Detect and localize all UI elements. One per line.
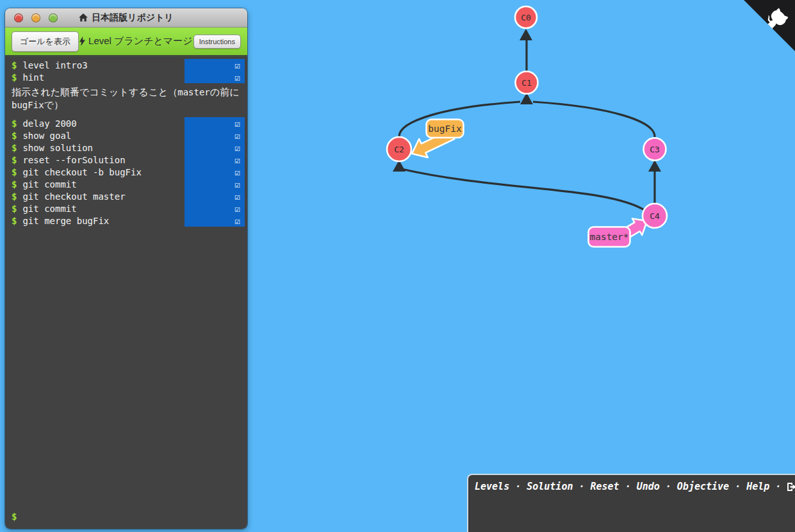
command-row: $show goal ☑ — [12, 129, 245, 141]
prompt-symbol: $ — [12, 60, 17, 70]
command-text: git merge bugFix — [22, 216, 109, 226]
bugfix-arrow — [412, 130, 454, 157]
commit-node-c2[interactable] — [387, 137, 411, 161]
command-status-cell: ☑ — [184, 214, 245, 227]
window-titlebar: 日本語版リポジトリ — [5, 8, 247, 28]
command-row: $hint ☑ — [12, 71, 245, 83]
prompt-symbol: $ — [12, 191, 17, 202]
menu-separator: · — [666, 481, 671, 492]
command-status-cell: ☑ — [184, 190, 245, 202]
hint-text-segment: の前に — [210, 86, 240, 97]
commit-node-c0[interactable] — [515, 6, 537, 28]
menu-item-solution[interactable]: Solution — [527, 481, 573, 492]
menu-item-reset[interactable]: Reset — [591, 481, 619, 492]
graph-arrowheads — [393, 29, 661, 172]
checkbox-checked-icon: ☑ — [235, 156, 240, 165]
graph-edges — [399, 39, 655, 211]
master-label-box — [589, 227, 630, 247]
command-row: $reset --forSolution ☑ — [12, 154, 245, 166]
command-text: show solution — [22, 143, 93, 153]
commit-node-c1[interactable] — [516, 72, 538, 94]
command-row: $git checkout -b bugFix ☑ — [12, 166, 245, 178]
prompt-symbol: $ — [12, 216, 17, 226]
hint-text-segment: 指示された順番でコミットすること（ — [12, 86, 177, 97]
command-text: git checkout master — [22, 191, 125, 202]
command-status-cell: ☑ — [184, 117, 245, 129]
show-goal-button[interactable]: ゴールを表示 — [12, 31, 79, 52]
prompt-symbol: $ — [12, 72, 17, 83]
edge-c4-c2 — [402, 169, 646, 211]
command-status-cell: ☑ — [184, 166, 245, 178]
command-status-cell: ☑ — [184, 178, 245, 190]
terminal-window: 日本語版リポジトリ ゴールを表示 Level ブランチとマージ Instruct… — [5, 8, 247, 529]
terminal-output[interactable]: $level intro3 ☑ $hint ☑ 指示された順番でコミットすること… — [5, 57, 247, 529]
arrowhead-into-c3 — [648, 160, 661, 172]
checkbox-checked-icon: ☑ — [235, 61, 240, 70]
commit-node-c3[interactable] — [644, 138, 666, 161]
prompt-symbol: $ — [12, 155, 17, 165]
command-text: git checkout -b bugFix — [22, 167, 141, 177]
window-title-text: 日本語版リポジトリ — [92, 12, 174, 24]
menu-item-levels[interactable]: Levels — [475, 481, 509, 492]
command-row: $show solution ☑ — [12, 141, 245, 154]
zoom-button-icon[interactable] — [49, 13, 58, 22]
master-label-text: master* — [589, 232, 628, 242]
checkbox-checked-icon: ☑ — [235, 73, 240, 82]
level-label: Level ブランチとマージ — [79, 35, 193, 47]
commit-node-c4[interactable] — [643, 204, 667, 228]
command-text: hint — [22, 72, 44, 83]
commit-id-c4: C4 — [650, 211, 660, 221]
menu-separator: · — [775, 481, 781, 492]
control-menu-panel: Levels · Solution · Reset · Undo · Objec… — [467, 474, 795, 532]
command-row: $level intro3 ☑ — [12, 59, 245, 71]
bolt-icon — [79, 36, 85, 46]
bugfix-label-box — [427, 120, 464, 138]
minimize-button-icon[interactable] — [31, 13, 40, 22]
command-status-cell: ☑ — [184, 59, 245, 71]
branch-label-bugfix[interactable]: bugFix — [412, 120, 464, 158]
edge-c2-c1 — [399, 102, 520, 137]
arrowhead-into-c0 — [520, 29, 532, 40]
checkbox-checked-icon: ☑ — [235, 131, 240, 140]
traffic-lights — [14, 8, 58, 27]
command-row: $git commit ☑ — [12, 202, 245, 214]
level-toolbar: ゴールを表示 Level ブランチとマージ Instructions — [5, 28, 247, 57]
command-status-cell: ☑ — [184, 71, 245, 83]
checkbox-checked-icon: ☑ — [235, 168, 240, 177]
command-status-cell: ☑ — [184, 154, 245, 166]
bugfix-label-text: bugFix — [428, 124, 462, 134]
prompt-symbol: $ — [12, 131, 17, 141]
hint-code-bugfix: bugFix — [12, 100, 44, 110]
prompt-symbol: $ — [12, 512, 17, 522]
logout-icon — [787, 482, 795, 492]
github-fork-ribbon[interactable] — [744, 0, 795, 54]
command-row: $git merge bugFix ☑ — [12, 214, 245, 227]
hint-text-segment: で） — [44, 99, 63, 110]
exit-level-button[interactable] — [787, 482, 795, 492]
menu-separator: · — [515, 481, 521, 492]
command-text: git commit — [22, 179, 76, 189]
menu-separator: · — [625, 481, 631, 492]
menu-item-objective[interactable]: Objective — [677, 481, 729, 492]
branch-label-master[interactable]: master* — [589, 218, 648, 246]
command-row: $delay 2000 ☑ — [12, 117, 245, 129]
menu-item-undo[interactable]: Undo — [637, 481, 660, 492]
arrowhead-into-c1 — [520, 93, 533, 104]
command-row: $git commit ☑ — [12, 178, 245, 190]
prompt-symbol: $ — [12, 118, 17, 129]
menu-item-help[interactable]: Help — [746, 481, 769, 492]
menu-separator: · — [578, 481, 584, 492]
commit-id-c3: C3 — [650, 145, 660, 154]
checkbox-checked-icon: ☑ — [235, 180, 240, 189]
prompt-symbol: $ — [12, 143, 17, 153]
command-text: delay 2000 — [22, 118, 76, 129]
prompt-symbol: $ — [12, 167, 17, 177]
command-status-cell: ☑ — [184, 129, 245, 141]
instructions-button[interactable]: Instructions — [193, 35, 241, 49]
command-input-line[interactable]: $ — [12, 512, 245, 524]
prompt-symbol: $ — [12, 179, 17, 189]
close-button-icon[interactable] — [14, 13, 23, 22]
checkbox-checked-icon: ☑ — [235, 192, 240, 201]
commit-id-c1: C1 — [521, 78, 532, 88]
checkbox-checked-icon: ☑ — [235, 216, 240, 225]
